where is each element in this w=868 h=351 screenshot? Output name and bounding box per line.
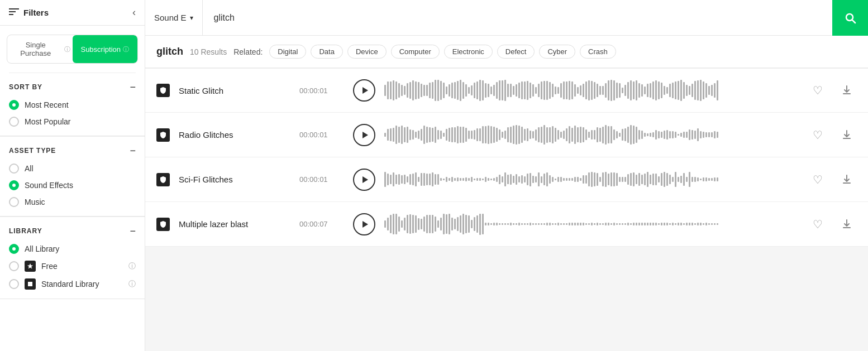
library-free-radio[interactable] <box>9 261 19 271</box>
tag-device[interactable]: Device <box>347 45 387 59</box>
related-tags: Digital Data Device Computer Electronic … <box>269 45 616 59</box>
collapse-icon[interactable]: ‹ <box>132 7 136 18</box>
wave-bar <box>404 218 406 230</box>
asset-type-all[interactable]: All <box>9 164 136 174</box>
play-button[interactable] <box>353 169 375 191</box>
wave-bar <box>694 81 696 100</box>
wave-bar <box>404 175 406 184</box>
library-free[interactable]: Free ⓘ <box>9 261 136 272</box>
play-button[interactable] <box>353 124 375 146</box>
wave-bar <box>468 178 470 181</box>
favorite-button[interactable]: ♡ <box>808 170 828 190</box>
single-purchase-info[interactable]: ⓘ <box>64 45 70 54</box>
wave-bar <box>597 127 598 142</box>
wave-bar <box>393 128 394 142</box>
asset-type-collapse[interactable]: − <box>130 146 136 156</box>
wave-bar <box>655 223 657 225</box>
wave-bar <box>423 85 425 96</box>
sort-most-recent-radio[interactable] <box>9 100 19 110</box>
tag-data[interactable]: Data <box>311 45 342 59</box>
library-all-label: All Library <box>25 244 59 253</box>
wave-bar <box>611 80 612 101</box>
asset-type-music[interactable]: Music <box>9 197 136 207</box>
download-button[interactable] <box>837 214 857 234</box>
single-purchase-option[interactable]: Single Purchase ⓘ <box>7 35 73 63</box>
download-button[interactable] <box>837 125 857 145</box>
wave-bar <box>546 223 548 226</box>
sort-by-collapse[interactable]: − <box>130 82 136 92</box>
wave-bar <box>599 177 601 182</box>
asset-type-sound-effects-radio[interactable] <box>9 180 19 190</box>
library-free-info[interactable]: ⓘ <box>128 261 136 271</box>
wave-bar <box>599 223 601 225</box>
library-collapse[interactable]: − <box>130 226 136 236</box>
asset-type-sound-effects[interactable]: Sound Effects <box>9 180 136 190</box>
wave-bar <box>465 128 467 142</box>
wave-bar <box>421 129 422 140</box>
wave-bar <box>675 81 676 100</box>
wave-bar <box>449 178 450 180</box>
wave-bar <box>571 223 573 226</box>
subscription-info[interactable]: ⓘ <box>123 45 129 54</box>
tag-electronic[interactable]: Electronic <box>444 45 493 59</box>
wave-bar <box>714 83 716 98</box>
wave-bar <box>697 223 699 226</box>
search-input-wrapper <box>203 13 832 23</box>
related-label: Related: <box>233 47 263 56</box>
library-all[interactable]: All Library <box>9 244 136 254</box>
library-header: LIBRARY − <box>9 226 136 236</box>
favorite-button[interactable]: ♡ <box>808 80 828 100</box>
wave-bar <box>532 223 534 225</box>
search-button[interactable] <box>832 0 868 36</box>
library-standard[interactable]: Standard Library ⓘ <box>9 278 136 290</box>
tag-computer[interactable]: Computer <box>391 45 440 59</box>
sort-most-popular-label: Most Popular <box>25 117 70 126</box>
tag-digital[interactable]: Digital <box>269 45 306 59</box>
wave-bar <box>549 223 551 225</box>
wave-bar <box>393 80 394 100</box>
wave-bar <box>591 223 593 225</box>
library-standard-radio[interactable] <box>9 279 19 289</box>
wave-bar <box>611 223 612 225</box>
sort-most-recent[interactable]: Most Recent <box>9 100 136 110</box>
wave-bar <box>624 223 626 225</box>
download-button[interactable] <box>837 170 857 190</box>
library-all-radio[interactable] <box>9 244 19 254</box>
wave-bar <box>622 129 623 140</box>
download-button[interactable] <box>837 80 857 100</box>
favorite-button[interactable]: ♡ <box>808 214 828 234</box>
search-input[interactable] <box>214 13 821 23</box>
play-button[interactable] <box>353 79 375 102</box>
tag-crash[interactable]: Crash <box>580 45 616 59</box>
wave-bar <box>555 128 556 141</box>
wave-bar <box>496 223 498 226</box>
library-standard-badge <box>25 278 36 290</box>
wave-bar <box>611 172 612 186</box>
wave-bar <box>630 223 632 225</box>
wave-bar <box>552 84 554 97</box>
wave-bar <box>613 223 615 225</box>
tag-defect[interactable]: Defect <box>497 45 535 59</box>
asset-type-all-radio[interactable] <box>9 164 19 174</box>
sort-most-popular[interactable]: Most Popular <box>9 117 136 127</box>
search-category-button[interactable]: Sound E ▾ <box>145 0 203 35</box>
download-icon <box>841 85 852 96</box>
wave-bar <box>521 81 523 100</box>
subscription-option[interactable]: Subscription ⓘ <box>73 35 138 63</box>
wave-bar <box>412 215 414 234</box>
tag-cyber[interactable]: Cyber <box>539 45 575 59</box>
play-button[interactable] <box>353 213 375 235</box>
library-standard-label: Standard Library <box>41 280 99 289</box>
wave-bar <box>594 130 595 140</box>
wave-bar <box>393 214 394 234</box>
wave-bar <box>398 174 400 185</box>
library-standard-info[interactable]: ⓘ <box>128 279 136 289</box>
asset-type-music-radio[interactable] <box>9 197 19 207</box>
wave-bar <box>675 132 676 138</box>
wave-bar <box>387 174 389 185</box>
wave-bar <box>638 130 640 140</box>
wave-bar <box>546 127 548 143</box>
wave-bar <box>652 81 654 99</box>
favorite-button[interactable]: ♡ <box>808 125 828 145</box>
sort-most-popular-radio[interactable] <box>9 117 19 127</box>
